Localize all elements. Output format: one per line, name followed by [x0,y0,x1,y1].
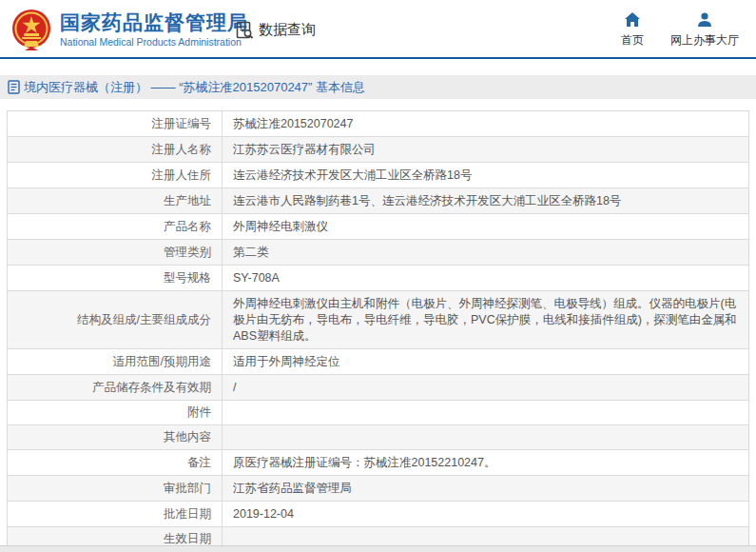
header-nav: 首页 网上办事大厅 [621,11,739,49]
footer-strip [0,545,756,552]
document-icon [8,80,20,94]
nmpa-logo: 国家药品监督管理局 National Medical Products Admi… [11,9,248,50]
row-label: 适用范围/预期用途 [8,349,223,374]
row-value: 江苏苏云医疗器材有限公司 [223,137,748,162]
header: 国家药品监督管理局 National Medical Products Admi… [0,0,756,59]
row-label-text: 管理类别 [164,245,211,261]
row-label: 审批部门 [8,476,223,501]
table-row: 备注原医疗器械注册证编号：苏械注准20152210247。 [8,450,748,476]
row-value [223,401,748,424]
national-emblem-icon [11,9,51,50]
row-value: 江苏省药品监督管理局 [223,476,748,501]
row-label: 生产地址 [8,188,223,213]
row-label: 其他内容 [8,425,223,449]
table-row: 注册人住所连云港经济技术开发区大浦工业区全桥路18号 [8,163,748,188]
nav-home[interactable]: 首页 [621,11,644,49]
table-row: 结构及组成/主要组成成分外周神经电刺激仪由主机和附件（电极片、外周神经探测笔、电… [8,291,748,349]
row-label-text: 产品名称 [164,219,211,235]
row-label: 产品储存条件及有效期 [8,375,223,400]
row-label: 型号规格 [8,266,223,290]
row-label-text: 产品储存条件及有效期 [92,380,211,396]
nav-online-service-hall[interactable]: 网上办事大厅 [670,11,739,49]
row-value: 第二类 [223,240,748,265]
table-row: 产品名称外周神经电刺激仪 [8,214,748,240]
row-value: 适用于外周神经定位 [223,349,748,374]
row-value: 原医疗器械注册证编号：苏械注准20152210247。 [223,450,748,475]
table-row: 注册证编号苏械注准20152070247 [8,111,748,137]
table-row: 型号规格SY-708A [8,266,748,291]
table-row: 管理类别第二类 [8,240,748,266]
data-query-icon [236,21,254,39]
row-label: 产品名称 [8,214,223,239]
row-value: / [223,375,748,400]
row-label: 结构及组成/主要组成成分 [8,291,223,348]
row-value: 苏械注准20152070247 [223,111,748,136]
table-row: 产品储存条件及有效期/ [8,375,748,401]
row-value: 连云港经济技术开发区大浦工业区全桥路18号 [223,163,748,187]
breadcrumb: 境内医疗器械（注册） —— “苏械注准20152070247” 基本信息 [0,75,756,99]
home-icon [624,11,641,29]
nav-online-service-hall-label: 网上办事大厅 [670,32,739,49]
row-label-text: 生产地址 [164,193,211,209]
registration-info-table: 注册证编号苏械注准20152070247注册人名称江苏苏云医疗器材有限公司注册人… [7,110,749,552]
table-row: 注册人名称江苏苏云医疗器材有限公司 [8,137,748,163]
row-value [223,425,748,449]
row-label-text: 结构及组成/主要组成成分 [77,312,211,328]
row-value: 外周神经电刺激仪由主机和附件（电极片、外周神经探测笔、电极导线）组成。仪器的电极… [223,291,748,348]
table-row: 其他内容 [8,425,748,450]
row-label-text: 注册证编号 [152,116,212,132]
agency-title-block: 国家药品监督管理局 National Medical Products Admi… [60,10,248,49]
row-label-text: 附件 [187,404,211,421]
row-value: 连云港市人民路制药巷1号、连云港经济技术开发区大浦工业区全桥路18号 [223,188,748,213]
row-label-text: 注册人名称 [152,142,212,158]
row-label-text: 型号规格 [164,270,211,286]
row-label: 附件 [8,401,223,424]
row-label: 管理类别 [8,240,223,265]
table-row: 适用范围/预期用途适用于外周神经定位 [8,349,748,375]
row-value: 外周神经电刺激仪 [223,214,748,239]
row-label: 批准日期 [8,502,223,526]
data-query-label: 数据查询 [259,21,316,39]
table-row: 生产地址连云港市人民路制药巷1号、连云港经济技术开发区大浦工业区全桥路18号 [8,188,748,214]
table-row: 审批部门江苏省药品监督管理局 [8,476,748,502]
agency-subtitle: National Medical Products Administration [60,35,248,49]
data-query-tab[interactable]: 数据查询 [236,21,316,39]
agency-title: 国家药品监督管理局 [60,10,248,35]
row-label: 注册人住所 [8,163,223,187]
row-value: SY-708A [223,266,748,290]
breadcrumb-text: 境内医疗器械（注册） —— “苏械注准20152070247” 基本信息 [24,79,365,96]
row-label-text: 适用范围/预期用途 [113,354,211,370]
person-icon [696,11,713,29]
row-label: 注册证编号 [8,111,223,136]
table-row: 附件 [8,401,748,425]
row-label: 备注 [8,450,223,475]
row-label-text: 其他内容 [164,429,211,445]
row-value: 2019-12-04 [223,502,748,526]
row-label-text: 批准日期 [164,506,211,522]
row-label-text: 备注 [187,455,211,471]
row-label: 注册人名称 [8,137,223,162]
table-row: 批准日期2019-12-04 [8,502,748,527]
row-label-text: 注册人住所 [152,168,212,184]
nav-home-label: 首页 [621,32,644,49]
row-label-text: 审批部门 [164,481,211,497]
